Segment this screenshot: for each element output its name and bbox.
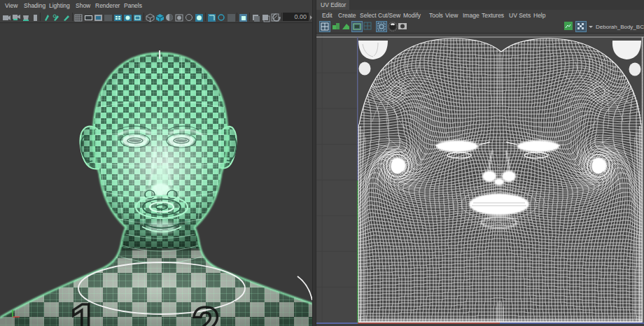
svg-text:1: 1 [70, 294, 98, 326]
svg-text:2: 2 [192, 297, 220, 326]
